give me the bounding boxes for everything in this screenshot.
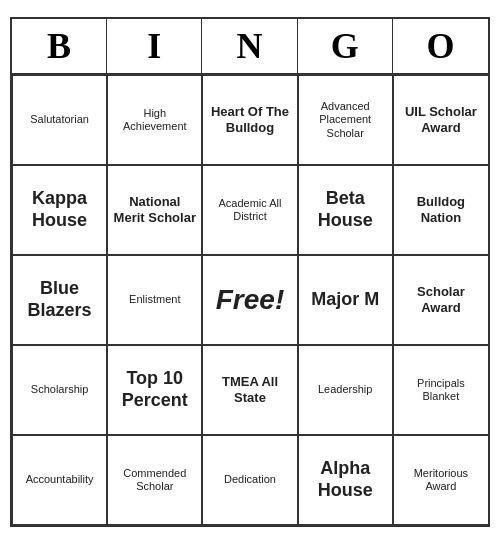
cell-label: Scholarship [31, 383, 88, 396]
bingo-cell: Commended Scholar [107, 435, 202, 525]
cell-label: High Achievement [112, 107, 197, 133]
cell-label: Accountability [26, 473, 94, 486]
cell-label: Scholar Award [398, 284, 484, 315]
cell-label: TMEA All State [207, 374, 292, 405]
bingo-cell: Salutatorian [12, 75, 107, 165]
bingo-cell: Beta House [298, 165, 393, 255]
cell-label: Leadership [318, 383, 372, 396]
bingo-cell: High Achievement [107, 75, 202, 165]
bingo-cell: TMEA All State [202, 345, 297, 435]
bingo-cell: Advanced Placement Scholar [298, 75, 393, 165]
bingo-cell: UIL Scholar Award [393, 75, 488, 165]
bingo-cell: Meritorious Award [393, 435, 488, 525]
cell-label: Alpha House [303, 458, 388, 501]
cell-label: Dedication [224, 473, 276, 486]
bingo-cell: Top 10 Percent [107, 345, 202, 435]
cell-label: Heart Of The Bulldog [207, 104, 292, 135]
bingo-cell: Dedication [202, 435, 297, 525]
cell-label: Commended Scholar [112, 467, 197, 493]
bingo-cell: Enlistment [107, 255, 202, 345]
cell-label: Salutatorian [30, 113, 89, 126]
cell-label: Enlistment [129, 293, 180, 306]
bingo-cell: Free! [202, 255, 297, 345]
bingo-header-letter: I [107, 19, 202, 73]
cell-label: Academic All District [207, 197, 292, 223]
bingo-cell: Leadership [298, 345, 393, 435]
bingo-cell: National Merit Scholar [107, 165, 202, 255]
bingo-cell: Academic All District [202, 165, 297, 255]
bingo-cell: Scholar Award [393, 255, 488, 345]
cell-label: Top 10 Percent [112, 368, 197, 411]
bingo-cell: Major M [298, 255, 393, 345]
cell-label: Kappa House [17, 188, 102, 231]
cell-label: UIL Scholar Award [398, 104, 484, 135]
bingo-cell: Alpha House [298, 435, 393, 525]
bingo-cell: Scholarship [12, 345, 107, 435]
bingo-cell: Kappa House [12, 165, 107, 255]
bingo-header-letter: B [12, 19, 107, 73]
bingo-cell: Principals Blanket [393, 345, 488, 435]
cell-label: Bulldog Nation [398, 194, 484, 225]
bingo-header-letter: O [393, 19, 488, 73]
cell-label: Beta House [303, 188, 388, 231]
cell-label: Meritorious Award [398, 467, 484, 493]
bingo-grid: SalutatorianHigh AchievementHeart Of The… [12, 75, 488, 525]
cell-label: Principals Blanket [398, 377, 484, 403]
bingo-header-letter: G [298, 19, 393, 73]
bingo-cell: Blue Blazers [12, 255, 107, 345]
bingo-header-letter: N [202, 19, 297, 73]
cell-label: Advanced Placement Scholar [303, 100, 388, 140]
bingo-card: BINGO SalutatorianHigh AchievementHeart … [10, 17, 490, 527]
cell-label: National Merit Scholar [112, 194, 197, 225]
bingo-cell: Accountability [12, 435, 107, 525]
cell-label: Free! [216, 283, 284, 317]
bingo-header: BINGO [12, 19, 488, 75]
cell-label: Major M [311, 289, 379, 311]
bingo-cell: Heart Of The Bulldog [202, 75, 297, 165]
cell-label: Blue Blazers [17, 278, 102, 321]
bingo-cell: Bulldog Nation [393, 165, 488, 255]
